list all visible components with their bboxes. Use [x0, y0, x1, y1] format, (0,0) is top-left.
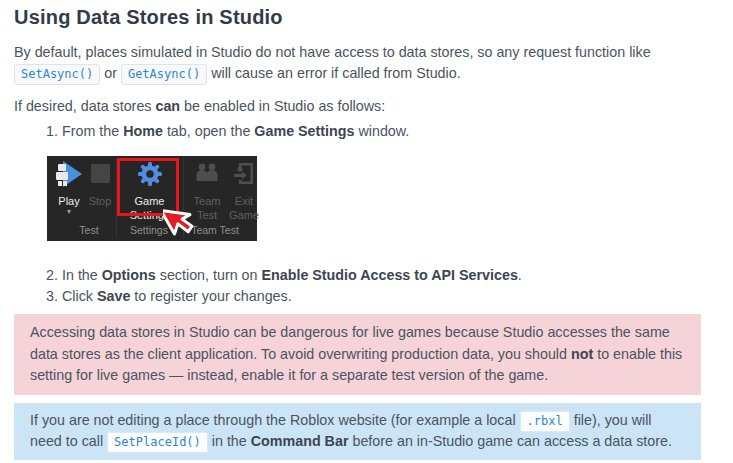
stop-icon — [87, 161, 113, 193]
intro-paragraph: By default, places simulated in Studio d… — [14, 42, 719, 85]
step-item-3: Click Save to register your changes. — [62, 286, 719, 307]
steps-list: From the Home tab, open the Game Setting… — [14, 121, 719, 306]
mouse-cursor-icon — [163, 200, 209, 240]
enable-paragraph: If desired, data stores can be enabled i… — [14, 96, 719, 117]
page-title: Using Data Stores in Studio — [14, 6, 719, 29]
play-icon — [56, 161, 82, 193]
exit-game-button-image: Exit Game — [224, 161, 264, 221]
toolbar-group-label-test: Test — [79, 223, 98, 238]
exit-game-label-line2: Game — [229, 209, 259, 221]
studio-toolbar-screenshot: Play ▾ Stop — [47, 156, 257, 241]
step-3-text: Click Save to register your changes. — [62, 288, 292, 304]
step-1-text: From the Home tab, open the Game Setting… — [62, 123, 409, 139]
play-button-label: Play — [58, 195, 79, 207]
step-2-text: In the Options section, turn on Enable S… — [62, 267, 522, 283]
documentation-article: Using Data Stores in Studio By default, … — [0, 0, 733, 460]
play-dropdown-caret-icon: ▾ — [67, 208, 71, 215]
stop-button-image: Stop — [80, 161, 120, 207]
exit-game-icon — [231, 161, 257, 193]
stop-button-label: Stop — [89, 195, 112, 207]
note-callout: If you are not editing a place through t… — [14, 403, 701, 460]
step-item-1: From the Home tab, open the Game Setting… — [62, 121, 719, 241]
team-test-icon — [194, 161, 220, 193]
step-item-2: In the Options section, turn on Enable S… — [62, 265, 719, 286]
warning-callout: Accessing data stores in Studio can be d… — [14, 314, 701, 394]
exit-game-label-line1: Exit — [235, 195, 253, 207]
